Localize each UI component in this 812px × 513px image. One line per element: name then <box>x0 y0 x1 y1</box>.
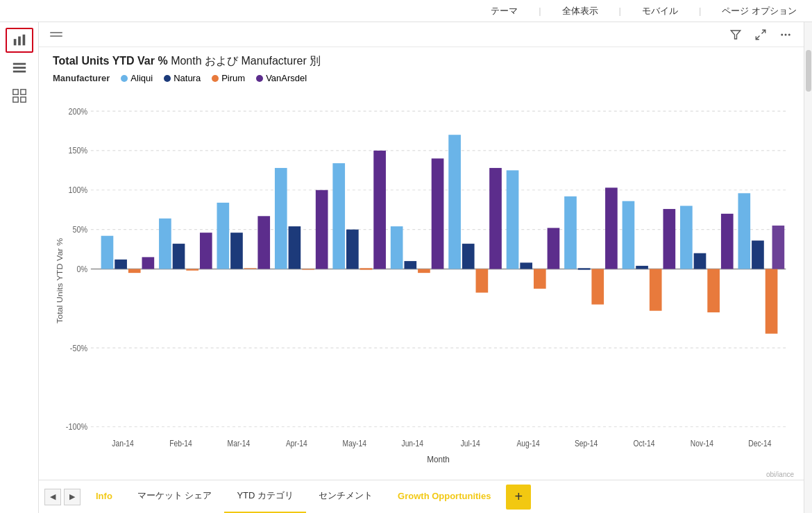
pirum-dot <box>212 75 219 82</box>
watermark: obi/iance <box>766 471 794 478</box>
svg-text:150%: 150% <box>68 146 87 155</box>
legend-aliqui: Aliqui <box>121 73 153 83</box>
svg-rect-37 <box>173 244 185 269</box>
svg-marker-10 <box>731 31 741 39</box>
svg-text:Feb-14: Feb-14 <box>169 439 192 448</box>
legend-label: Manufacturer <box>53 73 110 83</box>
tab-prev-button[interactable]: ◀ <box>44 489 61 505</box>
theme-menu-item[interactable]: テーマ <box>487 3 522 19</box>
svg-text:Mar-14: Mar-14 <box>228 439 251 448</box>
svg-point-13 <box>781 33 783 35</box>
tab-info[interactable]: Info <box>83 480 125 514</box>
svg-text:200%: 200% <box>68 106 87 116</box>
filter-icon[interactable] <box>726 25 745 44</box>
svg-text:Jun-14: Jun-14 <box>401 439 423 448</box>
svg-rect-67 <box>520 262 532 269</box>
tab-sentiment[interactable]: センチメント <box>306 480 385 514</box>
svg-text:100%: 100% <box>68 185 87 195</box>
sidebar-table-icon[interactable] <box>6 56 33 81</box>
svg-rect-31 <box>101 236 114 269</box>
chart-legend: Manufacturer Aliqui Natura Pirum VanArsd… <box>53 73 790 83</box>
tab-ytd-category[interactable]: YTD カテゴリ <box>224 480 306 514</box>
svg-rect-78 <box>650 269 662 310</box>
svg-rect-63 <box>476 269 489 292</box>
svg-rect-42 <box>230 233 243 269</box>
svg-rect-57 <box>404 261 416 269</box>
sep2: | <box>619 6 621 16</box>
fullview-menu-item[interactable]: 全体表示 <box>558 3 602 19</box>
svg-text:Aug-14: Aug-14 <box>517 439 540 448</box>
aliqui-dot <box>121 75 128 82</box>
svg-rect-79 <box>663 209 675 269</box>
svg-rect-82 <box>694 253 707 269</box>
sep3: | <box>699 6 701 16</box>
hamburger-icon[interactable] <box>50 32 62 37</box>
svg-rect-5 <box>12 71 25 73</box>
svg-rect-51 <box>332 163 345 269</box>
svg-rect-36 <box>159 219 171 269</box>
sidebar-barchart-icon[interactable] <box>6 28 33 53</box>
svg-text:Dec-14: Dec-14 <box>748 439 771 448</box>
svg-rect-34 <box>142 257 155 269</box>
svg-rect-6 <box>12 90 17 94</box>
svg-text:Jul-14: Jul-14 <box>461 439 480 448</box>
svg-rect-73 <box>591 269 604 304</box>
svg-rect-52 <box>346 230 359 269</box>
svg-rect-54 <box>373 151 386 269</box>
sidebar <box>0 22 39 513</box>
svg-rect-3 <box>12 63 25 65</box>
svg-rect-71 <box>564 196 577 269</box>
svg-text:Nov-14: Nov-14 <box>691 439 713 448</box>
svg-rect-86 <box>738 193 750 269</box>
svg-rect-56 <box>391 226 403 269</box>
scroll-thumb[interactable] <box>806 50 811 92</box>
svg-rect-49 <box>316 190 328 269</box>
legend-vanarsdel: VanArsdel <box>256 73 307 83</box>
expand-icon[interactable] <box>751 25 770 44</box>
mobile-menu-item[interactable]: モバイル <box>638 3 682 19</box>
svg-rect-43 <box>244 268 257 269</box>
svg-text:May-14: May-14 <box>343 439 366 448</box>
legend-natura: Natura <box>164 73 201 83</box>
top-bar: テーマ | 全体表示 | モバイル | ページ オプション <box>0 0 812 22</box>
svg-rect-0 <box>13 39 16 45</box>
svg-text:Jan-14: Jan-14 <box>112 439 133 448</box>
svg-rect-7 <box>20 90 25 94</box>
legend-pirum: Pirum <box>212 73 245 83</box>
chart-title: Total Units YTD Var % Month および Manufact… <box>53 54 790 69</box>
svg-rect-62 <box>462 244 475 269</box>
tab-next-button[interactable]: ▶ <box>64 489 81 505</box>
svg-text:-100%: -100% <box>66 422 87 432</box>
tab-growth-opportunities[interactable]: Growth Opportunities <box>385 480 503 514</box>
chart-toolbar <box>39 22 804 47</box>
page-options-menu-item[interactable]: ページ オプション <box>718 3 801 19</box>
bar-chart-svg: Total Units YTD Var % 200% 150% 100% 50%… <box>50 87 793 474</box>
natura-dot <box>164 75 171 82</box>
chart-container: Total Units YTD Var % 200% 150% 100% 50%… <box>39 87 804 480</box>
svg-rect-64 <box>489 168 502 269</box>
svg-rect-87 <box>752 241 764 269</box>
svg-rect-53 <box>360 268 373 269</box>
svg-text:Oct-14: Oct-14 <box>634 439 655 448</box>
svg-rect-77 <box>636 266 648 269</box>
svg-rect-68 <box>534 269 546 288</box>
svg-point-15 <box>788 33 790 35</box>
sidebar-grid-icon[interactable] <box>6 83 33 108</box>
svg-rect-39 <box>200 233 212 269</box>
svg-rect-46 <box>275 168 287 269</box>
svg-text:0%: 0% <box>76 264 87 274</box>
svg-rect-76 <box>623 201 635 269</box>
tab-add-button[interactable]: + <box>506 485 531 510</box>
svg-rect-38 <box>186 269 198 270</box>
svg-rect-32 <box>115 260 127 269</box>
svg-rect-47 <box>289 226 301 269</box>
tab-market-share[interactable]: マーケット シェア <box>125 480 225 514</box>
more-options-icon[interactable] <box>776 25 795 44</box>
right-scrollbar[interactable] <box>804 22 812 513</box>
svg-text:Apr-14: Apr-14 <box>286 439 307 448</box>
svg-rect-74 <box>605 187 618 269</box>
svg-line-11 <box>762 30 766 33</box>
sep1: | <box>539 6 541 16</box>
svg-rect-9 <box>20 97 25 102</box>
svg-rect-61 <box>448 135 461 269</box>
